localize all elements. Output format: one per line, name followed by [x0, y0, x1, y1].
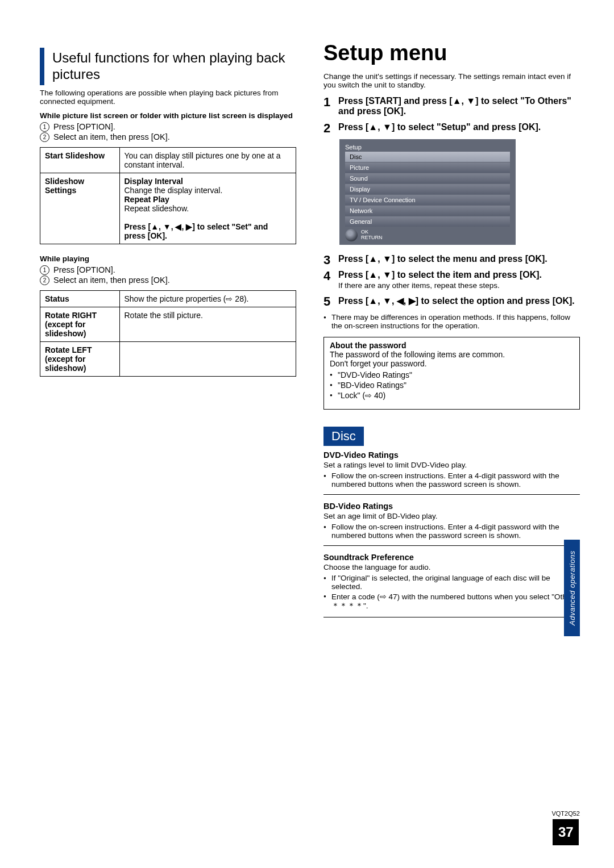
- disc-section-bullet: Follow the on-screen instructions. Enter…: [323, 523, 580, 540]
- table2-d2: [119, 341, 296, 376]
- disc-section-line: Choose the language for audio.: [323, 563, 580, 571]
- page-number: 37: [553, 819, 579, 845]
- table2-h2: Rotate LEFT (except for slideshow): [40, 341, 120, 376]
- setup-menu-item: Network: [345, 206, 510, 216]
- disc-section-title: DVD-Video Ratings: [323, 450, 580, 460]
- remote-labels: OKRETURN: [361, 229, 383, 241]
- setup-menu-item: TV / Device Connection: [345, 195, 510, 205]
- table1-d0: You can display still pictures one by on…: [119, 147, 296, 173]
- disc-section-bullet: Enter a code (⇨ 47) with the numbered bu…: [323, 592, 580, 611]
- left-intro: The following operations are possible wh…: [40, 89, 296, 106]
- left-heading: Useful functions for when playing back p…: [40, 48, 296, 85]
- page-footer: VQT2Q52 37: [551, 810, 580, 845]
- steps-b: 3Press [▲, ▼] to select the menu and pre…: [323, 254, 580, 306]
- disc-section-title: BD-Video Ratings: [323, 502, 580, 511]
- disc-section-bullet: If "Original" is selected, the original …: [323, 574, 580, 591]
- table1-d1: Display IntervalChange the display inter…: [119, 173, 296, 244]
- sub2-list: 1Press [OPTION]. 2Select an item, then p…: [40, 265, 296, 285]
- setup-screen-title: Setup: [345, 144, 510, 151]
- sub2-item: Select an item, then press [OK].: [53, 276, 170, 285]
- op-note: There may be differences in operation me…: [323, 313, 580, 330]
- doc-code: VQT2Q52: [551, 810, 580, 817]
- password-title: About the password: [330, 341, 574, 350]
- sub1-title: While picture list screen or folder with…: [40, 111, 296, 120]
- password-box: About the password The password of the f…: [323, 337, 580, 410]
- setup-intro: Change the unit's settings if necessary.…: [323, 72, 580, 89]
- table2-d1: Rotate the still picture.: [119, 307, 296, 341]
- disc-heading: Disc: [323, 427, 364, 446]
- table2-h1: Rotate RIGHT (except for slideshow): [40, 307, 120, 341]
- remote-dpad-icon: [345, 229, 358, 241]
- table1-h0: Start Slideshow: [40, 147, 120, 173]
- setup-menu-item: Sound: [345, 173, 510, 183]
- setup-menu-item: Display: [345, 184, 510, 194]
- table2: Status Show the picture properties (⇨ 28…: [40, 290, 296, 377]
- table2-h0: Status: [40, 290, 120, 307]
- setup-menu-list: DiscPictureSoundDisplayTV / Device Conne…: [345, 152, 510, 227]
- sub2-title: While playing: [40, 254, 296, 263]
- disc-section-line: Set a ratings level to limit DVD-Video p…: [323, 461, 580, 469]
- disc-section-bullet: Follow the on-screen instructions. Enter…: [323, 471, 580, 489]
- table2-d0: Show the picture properties (⇨ 28).: [119, 290, 296, 307]
- setup-screenshot: Setup DiscPictureSoundDisplayTV / Device…: [339, 139, 516, 245]
- table1-h1: Slideshow Settings: [40, 173, 120, 244]
- sub1-item: Press [OPTION].: [53, 122, 115, 131]
- disc-section-title: Soundtrack Preference: [323, 553, 580, 562]
- setup-menu-item: Disc: [345, 152, 510, 162]
- sub1-item: Select an item, then press [OK].: [53, 132, 170, 141]
- sub1-list: 1Press [OPTION]. 2Select an item, then p…: [40, 122, 296, 141]
- setup-menu-item: Picture: [345, 162, 510, 173]
- setup-menu-heading: Setup menu: [323, 41, 580, 65]
- setup-menu-item: General: [345, 216, 510, 227]
- table1: Start Slideshow You can display still pi…: [40, 147, 296, 244]
- steps-a: 1Press [START] and press [▲, ▼] to selec…: [323, 96, 580, 132]
- side-tab-advanced: Advanced operations: [564, 540, 580, 636]
- sub2-item: Press [OPTION].: [53, 265, 115, 274]
- disc-section-line: Set an age limit of BD-Video play.: [323, 512, 580, 520]
